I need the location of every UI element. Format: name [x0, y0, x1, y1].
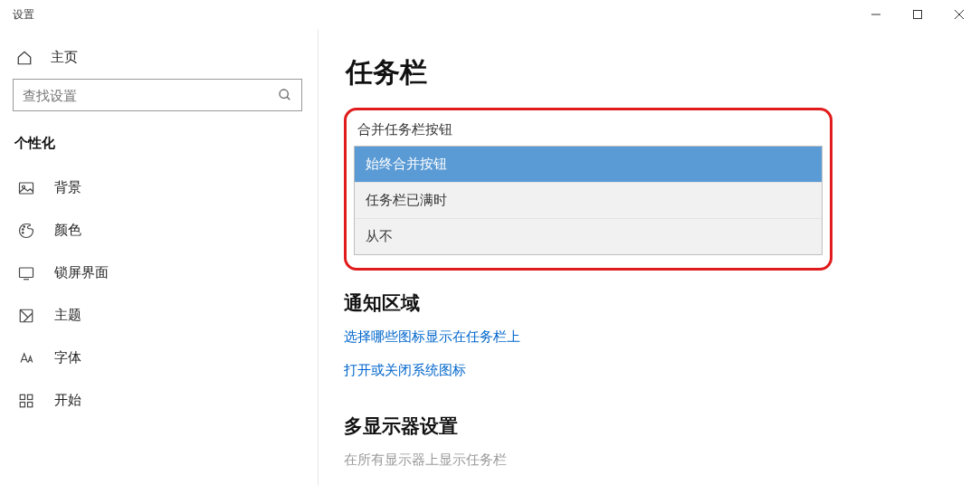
search-input[interactable]: [23, 88, 278, 103]
close-button[interactable]: [938, 0, 980, 29]
sidebar: 主页 个性化 背景: [0, 29, 319, 485]
window-controls: [855, 0, 980, 29]
home-label: 主页: [51, 49, 78, 66]
link-select-taskbar-icons[interactable]: 选择哪些图标显示在任务栏上: [344, 328, 520, 346]
picture-icon: [18, 180, 34, 196]
svg-rect-16: [20, 402, 24, 406]
svg-rect-11: [20, 268, 33, 278]
minimize-button[interactable]: [855, 0, 897, 29]
dropdown-option-never[interactable]: 从不: [355, 218, 822, 254]
sidebar-item-label: 字体: [54, 349, 81, 366]
section-notification-area: 通知区域: [344, 290, 955, 316]
link-toggle-system-icons[interactable]: 打开或关闭系统图标: [344, 362, 466, 379]
multidisplay-sub-label: 在所有显示器上显示任务栏: [344, 452, 955, 469]
combine-taskbar-label: 合并任务栏按钮: [350, 121, 826, 146]
option-label: 从不: [366, 228, 393, 243]
content-area: 任务栏 合并任务栏按钮 始终合并按钮 任务栏已满时 从不 通知区域 选择哪些图标…: [319, 29, 980, 485]
combine-taskbar-dropdown[interactable]: 始终合并按钮 任务栏已满时 从不: [354, 146, 823, 255]
svg-rect-15: [28, 395, 33, 399]
svg-point-9: [24, 225, 25, 227]
svg-rect-14: [20, 395, 24, 399]
maximize-button[interactable]: [897, 0, 938, 29]
sidebar-item-label: 锁屏界面: [54, 264, 109, 281]
dropdown-option-always[interactable]: 始终合并按钮: [355, 147, 822, 182]
sidebar-item-label: 开始: [54, 392, 81, 409]
sidebar-item-label: 背景: [54, 179, 81, 196]
window-title: 设置: [13, 7, 855, 23]
highlight-annotation: 合并任务栏按钮 始终合并按钮 任务栏已满时 从不: [344, 108, 833, 271]
dropdown-option-whenfull[interactable]: 任务栏已满时: [355, 182, 822, 218]
lockscreen-icon: [18, 265, 34, 281]
option-label: 始终合并按钮: [366, 156, 447, 171]
svg-rect-6: [20, 183, 33, 194]
sidebar-item-background[interactable]: 背景: [0, 166, 318, 209]
sidebar-nav: 背景 颜色 锁屏界面: [0, 166, 318, 422]
svg-line-5: [287, 97, 290, 100]
home-nav[interactable]: 主页: [0, 40, 318, 79]
font-icon: [18, 350, 34, 366]
svg-point-8: [23, 228, 24, 230]
palette-icon: [18, 223, 34, 239]
search-box[interactable]: [13, 79, 302, 111]
sidebar-item-lockscreen[interactable]: 锁屏界面: [0, 252, 318, 294]
sidebar-item-themes[interactable]: 主题: [0, 294, 318, 337]
svg-point-10: [23, 232, 24, 233]
sidebar-item-colors[interactable]: 颜色: [0, 209, 318, 252]
sidebar-item-fonts[interactable]: 字体: [0, 337, 318, 379]
start-icon: [18, 393, 34, 409]
section-multi-display: 多显示器设置: [344, 414, 955, 439]
sidebar-item-label: 主题: [54, 307, 81, 324]
sidebar-item-label: 颜色: [54, 222, 81, 239]
sidebar-section-label: 个性化: [0, 128, 318, 166]
svg-point-4: [280, 90, 288, 98]
svg-rect-17: [28, 402, 33, 406]
theme-icon: [18, 308, 34, 324]
home-icon: [16, 50, 33, 66]
sidebar-item-start[interactable]: 开始: [0, 379, 318, 422]
svg-rect-1: [914, 11, 922, 19]
title-bar: 设置: [0, 0, 980, 29]
option-label: 任务栏已满时: [366, 192, 447, 207]
page-title: 任务栏: [344, 54, 955, 91]
search-icon: [278, 88, 292, 102]
